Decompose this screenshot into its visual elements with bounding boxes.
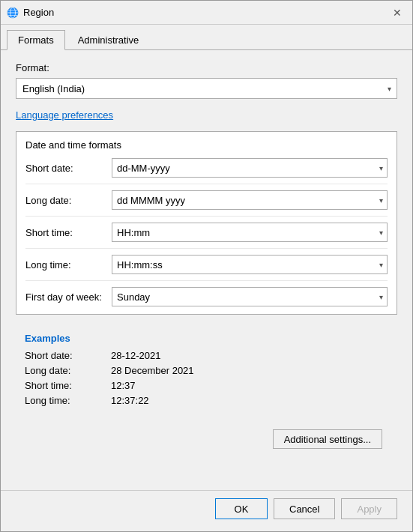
tab-administrative[interactable]: Administrative [67, 30, 151, 50]
example-short-date-value: 28-12-2021 [111, 350, 161, 361]
examples-title: Examples [25, 333, 388, 344]
additional-settings-button[interactable]: Additional settings... [273, 429, 382, 449]
examples-section: Examples Short date: 28-12-2021 Long dat… [16, 325, 397, 417]
window-title: Region [23, 7, 388, 18]
example-long-time-label: Long time: [25, 395, 111, 406]
short-time-label: Short time: [25, 227, 112, 238]
short-date-select-wrapper: dd-MM-yyyy ▾ [112, 158, 388, 178]
first-day-select[interactable]: Sunday [112, 287, 388, 306]
example-short-time-label: Short time: [25, 380, 111, 391]
button-bar: OK Cancel Apply [1, 490, 412, 531]
example-short-time-value: 12:37 [111, 380, 136, 391]
example-long-date-value: 28 December 2021 [111, 365, 194, 376]
format-label: Format: [16, 62, 397, 73]
short-date-row: Short date: dd-MM-yyyy ▾ [25, 158, 388, 184]
first-day-row: First day of week: Sunday ▾ [25, 287, 388, 306]
tab-formats[interactable]: Formats [7, 30, 65, 50]
example-short-date-row: Short date: 28-12-2021 [25, 350, 388, 361]
tabs-bar: Formats Administrative [1, 25, 412, 50]
additional-settings-section: Additional settings... [16, 429, 397, 461]
long-time-select[interactable]: HH:mm:ss [112, 255, 388, 274]
example-long-time-value: 12:37:22 [111, 395, 149, 406]
long-date-select-wrapper: dd MMMM yyyy ▾ [112, 190, 388, 210]
example-short-date-label: Short date: [25, 350, 111, 361]
long-time-label: Long time: [25, 259, 112, 270]
ok-button[interactable]: OK [215, 498, 268, 519]
long-date-row: Long date: dd MMMM yyyy ▾ [25, 190, 388, 217]
apply-button[interactable]: Apply [341, 498, 397, 519]
globe-icon [7, 7, 19, 19]
long-time-select-wrapper: HH:mm:ss ▾ [112, 255, 388, 274]
cancel-button[interactable]: Cancel [274, 498, 335, 519]
short-date-label: Short date: [25, 163, 112, 174]
first-day-label: First day of week: [25, 291, 112, 303]
long-time-row: Long time: HH:mm:ss ▾ [25, 255, 388, 281]
datetime-section-title: Date and time formats [25, 139, 388, 151]
example-long-date-row: Long date: 28 December 2021 [25, 365, 388, 376]
format-select[interactable]: English (India) [16, 78, 397, 99]
first-day-select-wrapper: Sunday ▾ [112, 287, 388, 306]
format-select-wrapper: English (India) ▾ [16, 78, 397, 99]
long-date-label: Long date: [25, 195, 112, 206]
datetime-formats-section: Date and time formats Short date: dd-MM-… [16, 131, 397, 315]
close-button[interactable]: ✕ [388, 4, 406, 22]
language-preferences-link[interactable]: Language preferences [16, 109, 113, 121]
short-time-row: Short time: HH:mm ▾ [25, 223, 388, 249]
example-long-time-row: Long time: 12:37:22 [25, 395, 388, 406]
short-date-select[interactable]: dd-MM-yyyy [112, 158, 388, 178]
example-short-time-row: Short time: 12:37 [25, 380, 388, 391]
example-long-date-label: Long date: [25, 365, 111, 376]
short-time-select[interactable]: HH:mm [112, 223, 388, 242]
short-time-select-wrapper: HH:mm ▾ [112, 223, 388, 242]
title-bar: Region ✕ [1, 1, 412, 25]
region-window: Region ✕ Formats Administrative Format: … [0, 0, 413, 532]
content-area: Format: English (India) ▾ Language prefe… [1, 50, 412, 490]
long-date-select[interactable]: dd MMMM yyyy [112, 190, 388, 210]
